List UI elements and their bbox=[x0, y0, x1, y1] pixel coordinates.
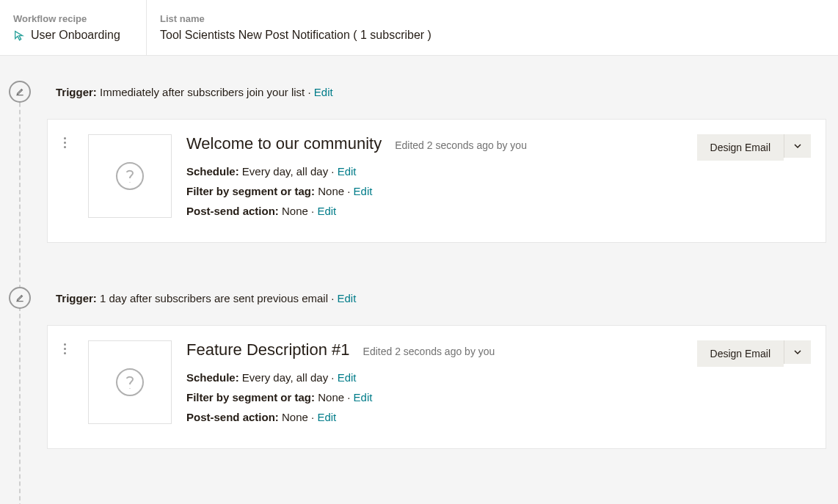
filter-line: Filter by segment or tag: None · Edit bbox=[186, 391, 682, 403]
trigger-row: Trigger: Immediately after subscribers j… bbox=[0, 81, 838, 103]
edit-postsend-link[interactable]: Edit bbox=[317, 411, 336, 423]
workflow-recipe-name: User Onboarding bbox=[31, 29, 120, 42]
workflow-recipe-value: User Onboarding bbox=[13, 29, 133, 42]
schedule-line: Schedule: Every day, all day · Edit bbox=[186, 371, 682, 384]
header-bar: Workflow recipe User Onboarding List nam… bbox=[0, 0, 838, 56]
trigger-label: Trigger: bbox=[56, 292, 97, 304]
email-card-actions: Design Email bbox=[697, 340, 811, 431]
schedule-line: Schedule: Every day, all day · Edit bbox=[186, 165, 682, 178]
trigger-label: Trigger: bbox=[56, 86, 97, 98]
email-edited-meta: Edited 2 seconds ago by you bbox=[395, 139, 527, 151]
filter-line: Filter by segment or tag: None · Edit bbox=[186, 185, 682, 197]
filter-value: None bbox=[318, 391, 344, 403]
edit-postsend-link[interactable]: Edit bbox=[317, 205, 336, 217]
email-card-body: Feature Description #1 Edited 2 seconds … bbox=[186, 340, 682, 431]
email-edited-meta: Edited 2 seconds ago by you bbox=[363, 346, 495, 357]
design-email-dropdown[interactable] bbox=[784, 134, 811, 158]
email-card-actions: Design Email bbox=[697, 134, 811, 224]
cursor-icon bbox=[13, 29, 25, 41]
edit-trigger-link[interactable]: Edit bbox=[338, 292, 357, 304]
postsend-value: None bbox=[282, 205, 308, 217]
edit-trigger-badge[interactable] bbox=[9, 287, 31, 309]
drag-handle[interactable] bbox=[57, 340, 73, 431]
filter-label: Filter by segment or tag: bbox=[186, 391, 315, 403]
trigger-text: Trigger: 1 day after subscribers are sen… bbox=[56, 292, 356, 304]
edit-schedule-link[interactable]: Edit bbox=[338, 371, 357, 384]
list-name-label: List name bbox=[160, 13, 431, 24]
edit-filter-link[interactable]: Edit bbox=[354, 391, 373, 403]
postsend-value: None bbox=[282, 411, 308, 423]
trigger-text: Trigger: Immediately after subscribers j… bbox=[56, 86, 333, 98]
edit-trigger-link[interactable]: Edit bbox=[314, 86, 333, 98]
filter-value: None bbox=[318, 185, 344, 197]
email-title: Welcome to our community bbox=[186, 134, 382, 153]
email-thumbnail[interactable] bbox=[88, 134, 172, 218]
edit-trigger-badge[interactable] bbox=[9, 81, 31, 103]
schedule-value: Every day, all day bbox=[242, 165, 328, 178]
postsend-line: Post-send action: None · Edit bbox=[186, 205, 682, 217]
edit-filter-link[interactable]: Edit bbox=[354, 185, 373, 197]
schedule-value: Every day, all day bbox=[242, 371, 328, 384]
workflow-content: Trigger: Immediately after subscribers j… bbox=[0, 56, 838, 504]
schedule-label: Schedule: bbox=[186, 165, 239, 178]
postsend-label: Post-send action: bbox=[186, 411, 279, 423]
chevron-down-icon bbox=[793, 142, 802, 150]
filter-label: Filter by segment or tag: bbox=[186, 185, 315, 197]
list-name-value: Tool Scientists New Post Notification ( … bbox=[160, 29, 431, 42]
chevron-down-icon bbox=[793, 348, 802, 357]
postsend-label: Post-send action: bbox=[186, 205, 279, 217]
postsend-line: Post-send action: None · Edit bbox=[186, 411, 682, 423]
trigger-row: Trigger: 1 day after subscribers are sen… bbox=[0, 287, 838, 309]
email-title: Feature Description #1 bbox=[186, 340, 350, 359]
trigger-description: 1 day after subscribers are sent previou… bbox=[100, 292, 328, 304]
email-thumbnail[interactable] bbox=[88, 340, 172, 424]
list-name-panel: List name Tool Scientists New Post Notif… bbox=[147, 0, 445, 55]
edit-schedule-link[interactable]: Edit bbox=[338, 165, 357, 178]
workflow-recipe-label: Workflow recipe bbox=[13, 13, 133, 24]
design-email-button[interactable]: Design Email bbox=[697, 340, 784, 367]
workflow-recipe-panel: Workflow recipe User Onboarding bbox=[0, 0, 147, 55]
email-card: Welcome to our community Edited 2 second… bbox=[47, 119, 826, 243]
email-card-body: Welcome to our community Edited 2 second… bbox=[186, 134, 682, 224]
design-email-dropdown[interactable] bbox=[784, 340, 811, 364]
email-card: Feature Description #1 Edited 2 seconds … bbox=[47, 325, 826, 449]
trigger-description: Immediately after subscribers join your … bbox=[100, 86, 305, 98]
schedule-label: Schedule: bbox=[186, 371, 239, 384]
design-email-button[interactable]: Design Email bbox=[697, 134, 784, 161]
drag-handle[interactable] bbox=[57, 134, 73, 224]
